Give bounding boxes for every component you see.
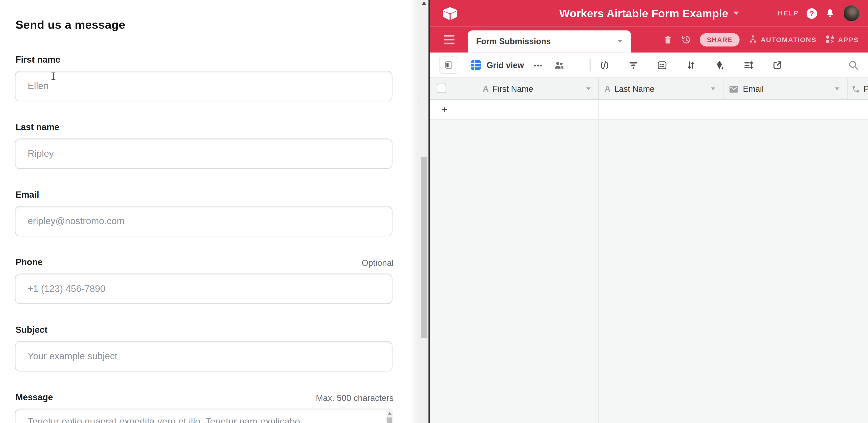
grid-column-header-row: A First Name A Last Name Email xyxy=(430,78,868,100)
add-record-plus-icon[interactable]: + xyxy=(441,103,447,116)
screen: Send us a message First name Last name E… xyxy=(0,0,868,423)
message-maxchars-note: Max. 500 characters xyxy=(316,393,394,403)
page-scrollbar-thumb[interactable] xyxy=(421,157,427,338)
column-header-first-name[interactable]: A First Name xyxy=(468,78,598,99)
user-avatar[interactable] xyxy=(843,5,860,22)
table-tabs-bar: Form Submissions xyxy=(430,27,868,53)
help-button[interactable]: HELP xyxy=(778,9,799,17)
last-name-label: Last name xyxy=(16,122,59,132)
table-tab-form-submissions[interactable]: Form Submissions xyxy=(468,30,631,53)
toolbar-divider xyxy=(589,59,590,71)
column-caret-icon[interactable] xyxy=(835,87,839,90)
toolbar-icons xyxy=(599,53,783,78)
row-height-icon[interactable] xyxy=(743,60,754,71)
page-scrollbar[interactable] xyxy=(420,0,428,423)
automations-label: AUTOMATIONS xyxy=(761,36,816,43)
message-scrollbar-thumb[interactable] xyxy=(387,418,392,423)
text-field-type-icon: A xyxy=(604,84,611,93)
hide-fields-code-icon[interactable] xyxy=(599,60,610,71)
automations-button[interactable]: AUTOMATIONS xyxy=(748,34,816,45)
column-separator xyxy=(598,100,599,120)
grid-view-icon xyxy=(471,60,481,70)
view-name: Grid view xyxy=(487,60,524,70)
notifications-bell-icon[interactable] xyxy=(825,8,835,19)
text-field-type-icon: A xyxy=(483,84,489,93)
phone-label: Phone xyxy=(16,258,42,267)
share-button[interactable]: SHARE xyxy=(700,33,739,46)
trash-icon[interactable] xyxy=(663,34,673,45)
filter-icon[interactable] xyxy=(628,60,639,71)
column-header-last-name[interactable]: A Last Name xyxy=(598,78,723,99)
search-icon[interactable] xyxy=(847,59,859,71)
select-all-checkbox[interactable] xyxy=(437,84,446,93)
view-toolbar: Grid view ••• xyxy=(430,53,868,78)
table-tab-caret-icon xyxy=(617,40,623,42)
table-bar-right-controls: SHARE AUTOMATIONS xyxy=(663,27,859,53)
top-bar-right-controls: HELP ? xyxy=(778,0,860,27)
column-separator xyxy=(598,120,599,423)
history-icon[interactable] xyxy=(681,34,691,45)
color-icon[interactable] xyxy=(714,60,725,71)
subject-label: Subject xyxy=(16,325,48,335)
base-title: Workers Airtable Form Example xyxy=(559,7,728,20)
email-field-type-icon xyxy=(729,84,739,93)
view-sidebar-toggle-button[interactable] xyxy=(439,56,458,73)
message-textarea[interactable] xyxy=(15,409,392,423)
pane-edge-shadow xyxy=(410,0,420,423)
text-cursor-ibeam xyxy=(51,72,56,80)
window-divider xyxy=(428,0,430,423)
tables-menu-icon[interactable] xyxy=(444,34,455,45)
grid-body xyxy=(430,120,868,423)
table-tab-label: Form Submissions xyxy=(476,30,551,53)
column-header-phone[interactable]: Phone xyxy=(847,78,868,99)
first-name-input[interactable] xyxy=(15,71,392,101)
subject-input[interactable] xyxy=(15,341,392,371)
message-scrollbar[interactable] xyxy=(386,410,393,423)
column-caret-icon[interactable] xyxy=(586,87,591,90)
page-scrollbar-up-arrow[interactable] xyxy=(422,1,426,5)
airtable-top-bar: Workers Airtable Form Example HELP ? xyxy=(430,0,868,27)
column-header-email[interactable]: Email xyxy=(723,78,847,99)
group-icon[interactable] xyxy=(657,60,668,71)
apps-button[interactable]: APPS xyxy=(825,34,859,45)
view-more-button[interactable]: ••• xyxy=(534,62,543,68)
form-title: Send us a message xyxy=(16,18,125,32)
sort-icon[interactable] xyxy=(685,60,696,71)
collaborators-icon[interactable] xyxy=(553,60,565,71)
help-question-icon[interactable]: ? xyxy=(807,8,817,19)
column-caret-icon[interactable] xyxy=(711,87,715,90)
message-label: Message xyxy=(16,393,53,402)
last-name-input[interactable] xyxy=(15,138,392,169)
contact-form-pane: Send us a message First name Last name E… xyxy=(0,0,410,423)
first-name-label: First name xyxy=(16,55,60,65)
message-scrollbar-up-arrow[interactable] xyxy=(387,412,392,415)
add-record-row[interactable]: + xyxy=(430,100,868,120)
share-view-icon[interactable] xyxy=(772,60,783,71)
phone-optional-note: Optional xyxy=(362,258,394,268)
phone-input[interactable] xyxy=(15,273,392,304)
apps-label: APPS xyxy=(838,36,859,43)
email-label: Email xyxy=(16,190,39,200)
phone-field-type-icon xyxy=(851,84,860,93)
base-title-caret-icon xyxy=(733,12,739,15)
airtable-pane: Workers Airtable Form Example HELP ? For… xyxy=(430,0,868,423)
view-switcher[interactable]: Grid view ••• xyxy=(471,53,565,78)
email-input[interactable] xyxy=(15,206,392,236)
